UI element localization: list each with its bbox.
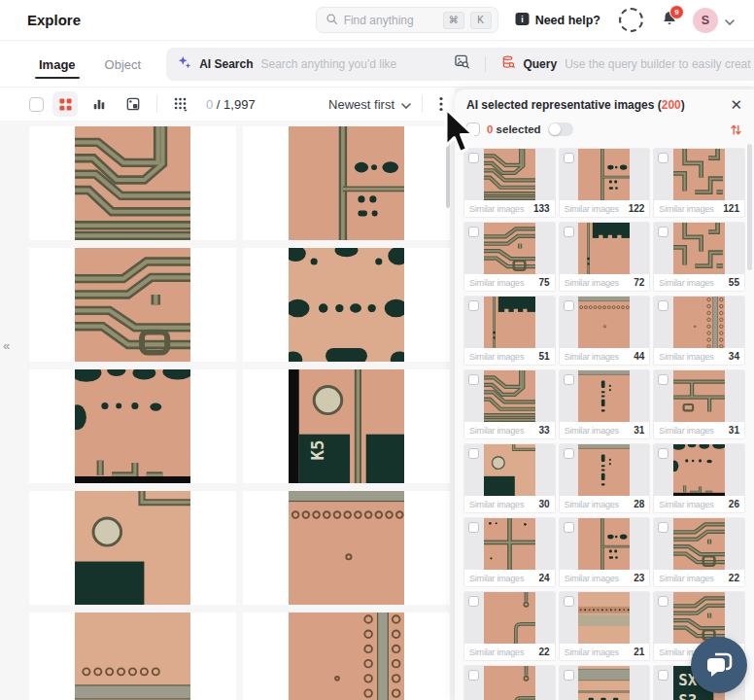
chat-widget-button[interactable] — [691, 637, 747, 693]
card-checkbox[interactable] — [658, 227, 668, 237]
thumbnail[interactable] — [560, 223, 650, 274]
card-checkbox[interactable] — [658, 300, 668, 311]
card-checkbox[interactable] — [564, 448, 574, 459]
representative-image-card[interactable]: Similar images 31 — [560, 370, 650, 438]
card-checkbox[interactable] — [658, 522, 668, 533]
thumbnail[interactable] — [560, 297, 650, 348]
image-card[interactable] — [29, 248, 236, 362]
thumbnail[interactable] — [464, 666, 555, 700]
image-view-button[interactable] — [120, 91, 146, 117]
grid-view-button[interactable] — [52, 91, 78, 117]
image-card[interactable] — [243, 612, 450, 700]
card-checkbox[interactable] — [658, 596, 668, 607]
grid-size-button[interactable] — [168, 91, 193, 117]
thumbnail[interactable] — [560, 370, 650, 422]
representative-image-card[interactable]: Similar images 121 — [654, 149, 744, 217]
thumbnail[interactable] — [654, 297, 744, 348]
card-checkbox[interactable] — [468, 300, 479, 311]
ai-search-placeholder[interactable]: Search anything you'd like — [261, 57, 448, 71]
representative-image-card[interactable]: Similar images 72 — [560, 223, 650, 291]
selected-only-toggle[interactable] — [548, 122, 573, 136]
image-card[interactable] — [29, 491, 236, 605]
thumbnail[interactable] — [654, 149, 744, 200]
card-checkbox[interactable] — [468, 153, 479, 163]
thumbnail[interactable] — [654, 370, 744, 422]
notifications-button[interactable]: 9 — [661, 10, 678, 31]
card-checkbox[interactable] — [564, 522, 574, 533]
card-checkbox[interactable] — [468, 448, 479, 459]
main-scrollbar[interactable] — [446, 130, 450, 208]
image-card[interactable] — [29, 612, 236, 700]
thumbnail[interactable] — [560, 666, 650, 700]
thumbnail[interactable] — [654, 592, 744, 644]
collapse-sidebar-button[interactable]: « — [3, 338, 10, 353]
card-checkbox[interactable] — [468, 227, 479, 237]
thumbnail[interactable] — [560, 518, 650, 570]
image-card[interactable] — [29, 369, 236, 483]
representative-image-card[interactable]: Similar images 55 — [654, 223, 744, 291]
thumbnail[interactable] — [654, 518, 744, 570]
card-checkbox[interactable] — [658, 153, 668, 163]
search-placeholder[interactable]: Find anything — [344, 14, 437, 27]
thumbnail[interactable] — [464, 223, 555, 274]
select-all-checkbox[interactable] — [29, 97, 44, 112]
card-checkbox[interactable] — [468, 374, 479, 385]
card-checkbox[interactable] — [658, 448, 668, 459]
representative-image-card[interactable]: Similar images 133 — [464, 149, 555, 217]
card-checkbox[interactable] — [468, 670, 479, 681]
panel-select-all-checkbox[interactable] — [466, 122, 480, 136]
representative-image-card[interactable]: Similar images 33 — [464, 370, 555, 438]
representative-image-card[interactable]: Similar images 22 — [464, 592, 555, 660]
ai-search-bar[interactable]: AI Search Search anything you'd like Que… — [166, 48, 754, 81]
thumbnail[interactable] — [654, 223, 744, 274]
image-card[interactable]: K5 — [243, 369, 450, 483]
image-search-icon[interactable] — [455, 54, 469, 73]
thumbnail[interactable] — [464, 297, 555, 348]
representative-image-card[interactable]: Similar images 75 — [464, 223, 555, 291]
thumbnail[interactable] — [464, 444, 555, 496]
image-card[interactable] — [243, 491, 450, 605]
representative-image-card[interactable]: Similar images 22 — [654, 518, 744, 586]
thumbnail[interactable] — [464, 149, 555, 200]
global-search[interactable]: Find anything ⌘ K — [316, 7, 498, 33]
card-checkbox[interactable] — [564, 227, 574, 237]
thumbnail[interactable] — [560, 592, 650, 644]
query-placeholder[interactable]: Use the query builder to easily create q… — [565, 57, 751, 71]
thumbnail[interactable] — [464, 370, 555, 422]
representative-image-card[interactable]: Similar images 31 — [654, 370, 744, 438]
panel-sort-button[interactable] — [730, 123, 742, 136]
card-checkbox[interactable] — [468, 596, 479, 607]
need-help-button[interactable]: i Need help? — [515, 12, 600, 29]
more-options-button[interactable] — [439, 96, 443, 112]
analytics-view-button[interactable] — [86, 91, 112, 117]
thumbnail[interactable] — [464, 518, 555, 570]
representative-image-card[interactable]: Similar images 26 — [654, 444, 744, 512]
thumbnail[interactable] — [560, 444, 650, 496]
card-checkbox[interactable] — [564, 670, 574, 681]
representative-image-card[interactable]: Similar images 34 — [654, 297, 744, 365]
card-checkbox[interactable] — [658, 670, 668, 681]
representative-image-card[interactable]: Similar images — [464, 666, 555, 700]
thumbnail[interactable] — [464, 592, 555, 644]
representative-image-card[interactable]: Similar images — [560, 666, 650, 700]
representative-image-card[interactable]: Similar images 44 — [560, 297, 650, 365]
representative-image-card[interactable]: Similar images 28 — [560, 444, 650, 512]
avatar[interactable]: S — [693, 8, 718, 33]
card-checkbox[interactable] — [658, 374, 668, 385]
image-card[interactable] — [243, 248, 450, 362]
thumbnail[interactable] — [654, 444, 744, 496]
tab-object[interactable]: Object — [103, 44, 144, 84]
image-card[interactable] — [243, 126, 450, 240]
close-icon[interactable]: ✕ — [730, 97, 742, 112]
panel-scrollbar[interactable] — [747, 144, 752, 270]
tab-image[interactable]: Image — [37, 44, 78, 84]
representative-image-card[interactable]: Similar images 51 — [464, 297, 555, 365]
card-checkbox[interactable] — [564, 596, 574, 607]
thumbnail[interactable] — [560, 149, 650, 200]
representative-image-card[interactable]: Similar images 23 — [560, 518, 650, 586]
card-checkbox[interactable] — [564, 153, 574, 163]
query-label[interactable]: Query — [523, 57, 557, 71]
image-card[interactable] — [29, 126, 236, 240]
sort-dropdown[interactable]: Newest first — [328, 97, 411, 112]
representative-image-card[interactable]: Similar images 30 — [464, 444, 555, 512]
